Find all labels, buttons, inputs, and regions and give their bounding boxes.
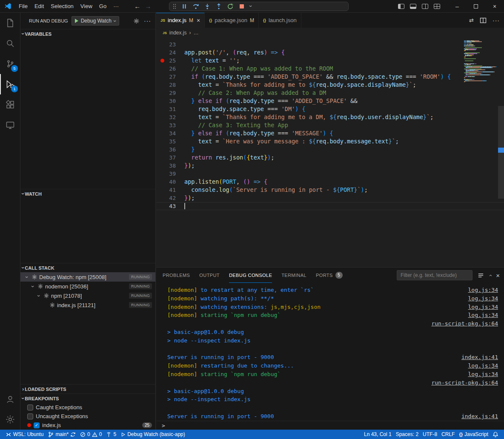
step-into-icon[interactable] [204, 3, 211, 10]
stop-dropdown-chevron-icon[interactable]: › [248, 5, 254, 7]
close-window-button[interactable]: × [485, 0, 504, 13]
customize-layout-icon[interactable] [434, 4, 440, 9]
source-link[interactable]: log.js:34 [468, 362, 498, 370]
breakpoint-margin[interactable] [160, 137, 166, 145]
section-loaded-scripts[interactable]: › LOADED SCRIPTS [20, 384, 155, 393]
source-link[interactable]: log.js:34 [468, 303, 498, 311]
step-out-icon[interactable] [215, 3, 222, 10]
gutter[interactable]: 37 [156, 154, 176, 162]
breakpoint-margin[interactable] [160, 162, 166, 170]
breakpoint-margin[interactable] [160, 186, 166, 194]
code-text[interactable]: // Case 3: Texting the App [184, 121, 288, 129]
editor-scrollbar[interactable] [498, 38, 504, 267]
checkbox[interactable]: ✓ [34, 422, 40, 428]
gutter[interactable]: 42 [156, 194, 176, 202]
code-line-29[interactable]: 29 // Case 2: When App was added to a DM [156, 89, 504, 97]
gutter[interactable]: 23 [156, 40, 176, 48]
checkbox[interactable] [27, 413, 33, 419]
code-text[interactable]: } [184, 145, 195, 154]
code-line-36[interactable]: 36 } [156, 145, 504, 154]
language-mode[interactable]: {} JavaScript [457, 430, 490, 439]
drag-grip-icon[interactable] [173, 3, 176, 9]
breakpoint-margin[interactable] [160, 178, 166, 186]
tab-index.js[interactable]: JSindex.jsM× [156, 13, 205, 28]
gutter[interactable]: 31 [156, 105, 176, 113]
code-line-35[interactable]: 35 text = `Here was your message : ${req… [156, 137, 504, 145]
code-text[interactable]: console.log(`Server is running in port -… [184, 186, 368, 194]
pause-icon[interactable] [181, 3, 188, 10]
code-text[interactable]: // Case 1: When App was added to the ROO… [184, 65, 333, 73]
code-text[interactable]: let text = ''; [184, 57, 240, 65]
ports-indicator[interactable]: 5 [104, 430, 118, 439]
gutter[interactable]: 38 [156, 162, 176, 170]
panel-tab-output[interactable]: OUTPUT [199, 268, 220, 283]
encoding[interactable]: UTF-8 [421, 430, 439, 439]
split-editor-icon[interactable] [480, 17, 487, 23]
code-text[interactable]: }); [184, 162, 195, 170]
settings-gear-icon[interactable] [0, 409, 20, 430]
cursor-position[interactable]: Ln 43, Col 1 [362, 430, 394, 439]
gutter[interactable]: 29 [156, 89, 176, 97]
menu-go[interactable]: Go [96, 2, 110, 11]
source-link[interactable]: run-script-pkg.js:64 [431, 319, 498, 328]
code-line-40[interactable]: 40app.listen(PORT, () => { [156, 178, 504, 186]
breakpoint-margin[interactable] [160, 202, 166, 210]
close-panel-icon[interactable]: × [496, 272, 500, 279]
callstack-row[interactable]: ›Debug Watch: npm [25008]RUNNING [20, 272, 155, 282]
code-line-37[interactable]: 37 return res.json({text}); [156, 154, 504, 162]
explorer-icon[interactable] [0, 13, 20, 33]
section-variables[interactable]: › VARIABLES [20, 29, 155, 38]
panel-tab-ports[interactable]: PORTS5 [316, 268, 343, 283]
breakpoint-margin[interactable] [160, 89, 166, 97]
eol[interactable]: CRLF [439, 430, 457, 439]
code-line-34[interactable]: 34 } else if (req.body.type === 'MESSAGE… [156, 129, 504, 137]
gutter[interactable]: 41 [156, 186, 176, 194]
callstack-row[interactable]: ›nodemon [25036]RUNNING [20, 282, 155, 291]
code-line-33[interactable]: 33 // Case 3: Texting the App [156, 121, 504, 129]
code-line-27[interactable]: 27 if (req.body.type === 'ADDED_TO_SPACE… [156, 73, 504, 81]
code-line-39[interactable]: 39 [156, 170, 504, 178]
code-text[interactable]: text = `Here was your message : ${req.bo… [184, 137, 399, 145]
code-text[interactable] [184, 202, 185, 210]
close-tab-icon[interactable]: × [197, 17, 200, 24]
code-text[interactable]: }); [184, 194, 195, 202]
breakpoint-margin[interactable] [160, 113, 166, 121]
minimize-button[interactable]: – [448, 0, 467, 13]
breakpoint-row[interactable]: Caught Exceptions [20, 403, 155, 412]
console-input[interactable]: > [156, 421, 504, 430]
code-line-31[interactable]: 31 req.body.space.type === 'DM') { [156, 105, 504, 113]
breakpoint-margin[interactable] [160, 170, 166, 178]
run-and-debug-icon[interactable]: 1 [0, 74, 20, 94]
code-line-42[interactable]: 42}); [156, 194, 504, 202]
code-text[interactable]: if (req.body.type === 'ADDED_TO_SPACE' &… [184, 73, 451, 81]
launch-config-dropdown[interactable]: Debug Watch › [72, 16, 120, 26]
editor-more-actions-icon[interactable]: ··· [493, 17, 500, 24]
breakpoint-row[interactable]: Uncaught Exceptions [20, 412, 155, 421]
section-watch[interactable]: › WATCH [20, 189, 155, 198]
breakpoint-margin[interactable] [160, 40, 166, 48]
breadcrumb[interactable]: JS index.js › … [156, 28, 504, 38]
toggle-panel-icon[interactable] [410, 4, 416, 9]
remote-indicator[interactable]: WSL: Ubuntu [3, 430, 46, 439]
breadcrumb-file[interactable]: index.js [169, 30, 187, 36]
gutter[interactable]: 34 [156, 129, 176, 137]
remote-explorer-icon[interactable] [0, 115, 20, 135]
code-line-25[interactable]: 25 let text = ''; [156, 57, 504, 65]
code-line-38[interactable]: 38}); [156, 162, 504, 170]
code-text[interactable]: } else if (req.body.type === 'MESSAGE') … [184, 129, 333, 137]
callstack-row[interactable]: ›npm [21078]RUNNING [20, 291, 155, 300]
code-line-23[interactable]: 23 [156, 40, 504, 48]
code-line-32[interactable]: 32 text = `Thanks for adding me to a DM,… [156, 113, 504, 121]
gutter[interactable]: 43 [156, 202, 176, 210]
code-text[interactable]: app.listen(PORT, () => { [184, 178, 267, 186]
code-text[interactable]: text = `Thanks for adding me to a DM, ${… [184, 113, 433, 121]
breakpoint-margin[interactable] [160, 194, 166, 202]
gutter[interactable]: 27 [156, 73, 176, 81]
menu-view[interactable]: View [77, 2, 96, 11]
accounts-icon[interactable] [0, 389, 20, 409]
breakpoint-margin[interactable] [160, 145, 166, 154]
code-line-43[interactable]: 43 [156, 202, 504, 210]
gutter[interactable]: 24 [156, 48, 176, 57]
collapse-all-icon[interactable] [478, 272, 484, 279]
debug-gear-icon[interactable] [133, 18, 140, 24]
